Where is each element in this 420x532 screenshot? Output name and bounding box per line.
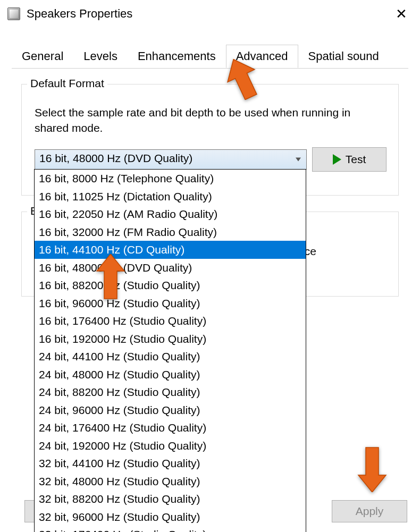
format-selected-value: 16 bit, 48000 Hz (DVD Quality) — [39, 152, 192, 164]
tab-levels[interactable]: Levels — [73, 45, 128, 68]
close-button[interactable]: ✕ — [391, 7, 411, 21]
format-option[interactable]: 32 bit, 96000 Hz (Studio Quality) — [35, 508, 306, 526]
format-option[interactable]: 16 bit, 88200 Hz (Studio Quality) — [35, 276, 306, 294]
format-option[interactable]: 16 bit, 32000 Hz (FM Radio Quality) — [35, 223, 306, 241]
default-format-label: Default Format — [27, 77, 107, 90]
format-option[interactable]: 16 bit, 8000 Hz (Telephone Quality) — [35, 170, 306, 188]
format-dropdown[interactable]: 16 bit, 48000 Hz (DVD Quality) — [35, 149, 307, 170]
format-option[interactable]: 16 bit, 176400 Hz (Studio Quality) — [35, 312, 306, 330]
speaker-icon — [7, 7, 20, 20]
tab-enhancements[interactable]: Enhancements — [128, 45, 226, 68]
format-option[interactable]: 24 bit, 44100 Hz (Studio Quality) — [35, 348, 306, 366]
format-option[interactable]: 16 bit, 96000 Hz (Studio Quality) — [35, 294, 306, 313]
test-button-label: Test — [346, 153, 366, 166]
test-button[interactable]: Test — [312, 147, 387, 172]
format-option[interactable]: 16 bit, 192000 Hz (Studio Quality) — [35, 330, 306, 348]
format-option[interactable]: 32 bit, 88200 Hz (Studio Quality) — [35, 490, 306, 508]
format-option[interactable]: 32 bit, 176400 Hz (Studio Quality) — [35, 526, 306, 532]
default-format-description: Select the sample rate and bit depth to … — [35, 105, 377, 136]
chevron-down-icon — [296, 158, 301, 162]
annotation-arrow-option — [96, 254, 125, 300]
format-option[interactable]: 16 bit, 48000 Hz (DVD Quality) — [35, 259, 306, 277]
tab-general[interactable]: General — [12, 45, 73, 68]
annotation-arrow-tab — [226, 57, 258, 100]
format-option[interactable]: 16 bit, 11025 Hz (Dictation Quality) — [35, 188, 306, 206]
play-icon — [333, 154, 341, 165]
format-dropdown-list[interactable]: 16 bit, 8000 Hz (Telephone Quality)16 bi… — [34, 169, 306, 532]
tab-spatial-sound[interactable]: Spatial sound — [298, 45, 389, 68]
annotation-arrow-apply — [357, 446, 387, 492]
tab-strip: General Levels Enhancements Advanced Spa… — [12, 45, 420, 68]
apply-button[interactable]: Apply — [332, 500, 407, 522]
format-option[interactable]: 32 bit, 48000 Hz (Studio Quality) — [35, 472, 306, 491]
format-option[interactable]: 24 bit, 176400 Hz (Studio Quality) — [35, 419, 306, 437]
format-option[interactable]: 24 bit, 96000 Hz (Studio Quality) — [35, 401, 306, 419]
titlebar: Speakers Properties ✕ — [0, 0, 420, 28]
format-option[interactable]: 16 bit, 22050 Hz (AM Radio Quality) — [35, 205, 306, 223]
format-option[interactable]: 32 bit, 44100 Hz (Studio Quality) — [35, 454, 306, 472]
format-option[interactable]: 24 bit, 48000 Hz (Studio Quality) — [35, 366, 306, 384]
format-option[interactable]: 24 bit, 88200 Hz (Studio Quality) — [35, 383, 306, 401]
format-option[interactable]: 16 bit, 44100 Hz (CD Quality) — [35, 241, 306, 259]
window-title: Speakers Properties — [27, 7, 132, 21]
format-option[interactable]: 24 bit, 192000 Hz (Studio Quality) — [35, 437, 306, 455]
